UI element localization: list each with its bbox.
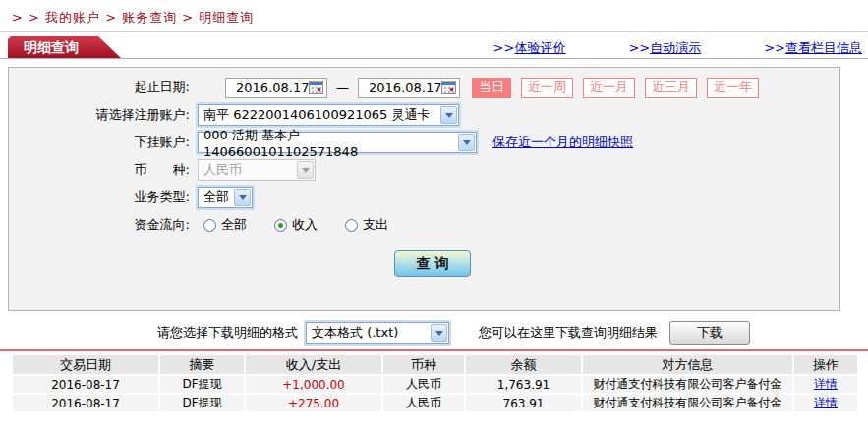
link-prefix: >> [628,40,650,55]
register-account-value: 南平 6222001406100921065 灵通卡 [203,106,430,124]
cell-amount: +275.00 [246,395,381,411]
link-label: 自动演示 [650,40,701,55]
table-row: 2016-08-17 DF提现 +275.00 人民币 763.91 财付通支付… [13,395,857,411]
col-header-date: 交易日期 [13,355,158,374]
date-range-row: 起止日期: 2016.08.17 — 2016.08.17 当日 近一周 近一月… [9,77,839,98]
currency-select: 人民币 [198,159,316,181]
cell-balance: 1,763.91 [466,376,581,393]
col-header-amount: 收入/支出 [246,355,381,374]
fund-flow-row: 资金流向: 全部 收入 支出 [9,214,839,236]
link-label: 体验评价 [514,40,565,55]
currency-label: 币 种: [9,161,190,179]
sub-account-label: 下挂账户: [9,134,190,151]
cell-action: 详情 [794,395,857,411]
cell-balance: 763.91 [466,395,581,411]
chevron-down-icon[interactable] [234,189,251,206]
cell-currency: 人民币 [383,395,464,411]
radio-icon[interactable] [345,219,358,232]
table-top-divider [0,349,868,351]
end-date-value: 2016.08.17 [369,81,441,95]
fund-flow-option-expense[interactable]: 支出 [345,216,388,234]
sub-account-value: 000 活期 基本户 1406600101102571848 [203,127,457,159]
register-account-select[interactable]: 南平 6222001406100921065 灵通卡 [198,104,459,126]
link-prefix: >> [764,40,785,55]
radio-icon[interactable] [274,219,287,232]
cell-summary: DF提现 [160,395,244,411]
col-header-summary: 摘要 [160,355,244,374]
save-snapshot-link[interactable]: 保存近一个月的明细快照 [492,134,633,151]
transaction-table: 交易日期 摘要 收入/支出 币种 余额 对方信息 操作 2016-08-17 D… [11,353,859,413]
col-header-action: 操作 [794,355,857,374]
radio-label: 收入 [292,216,318,234]
sub-account-select[interactable]: 000 活期 基本户 1406600101102571848 [198,132,477,153]
chevron-down-icon[interactable] [431,324,447,342]
sub-account-row: 下挂账户: 000 活期 基本户 1406600101102571848 保存近… [9,132,839,153]
business-type-label: 业务类型: [9,189,190,206]
cell-summary: DF提现 [160,376,244,393]
date-separator: — [336,81,349,95]
business-type-row: 业务类型: 全部 [9,187,839,208]
fund-flow-label: 资金流向: [9,216,190,234]
breadcrumb-divider [0,31,868,32]
link-view-column-info[interactable]: >>查看栏目信息 [764,39,862,57]
cell-currency: 人民币 [383,376,464,393]
header-links: >>体验评价 >>自动演示 >>查看栏目信息 [431,39,862,57]
quick-range-year-button[interactable]: 近一年 [707,78,759,98]
download-hint: 您可以在这里下载查询明细结果 [479,324,658,342]
cell-date: 2016-08-17 [13,395,158,411]
quick-range-week-button[interactable]: 近一周 [521,78,573,98]
calendar-icon[interactable] [441,81,456,94]
download-format-select[interactable]: 文本格式 (.txt) [306,322,449,344]
start-date-input[interactable]: 2016.08.17 [225,78,327,98]
table-header-row: 交易日期 摘要 收入/支出 币种 余额 对方信息 操作 [13,355,857,374]
fund-flow-option-all[interactable]: 全部 [203,216,247,234]
business-type-select[interactable]: 全部 [198,187,253,208]
tab-detail-query[interactable]: 明细查询 [8,36,130,59]
table-row: 2016-08-17 DF提现 +1,000.00 人民币 1,763.91 财… [13,376,857,393]
link-label: 查看栏目信息 [785,40,862,55]
radio-label: 全部 [221,216,247,234]
fund-flow-option-income[interactable]: 收入 [274,216,318,234]
col-header-balance: 余额 [466,355,581,374]
business-type-value: 全部 [203,189,229,206]
col-header-counterparty: 对方信息 [583,355,792,374]
cell-amount: +1,000.00 [246,376,381,393]
detail-link[interactable]: 详情 [814,377,838,391]
radio-label: 支出 [363,216,388,234]
quick-range-today-button[interactable]: 当日 [472,78,511,98]
breadcrumb: > > 我的账户 > 账务查询 > 明细查询 [12,9,254,27]
chevron-down-icon [297,161,314,179]
link-auto-demo[interactable]: >>自动演示 [628,39,701,57]
cell-counterparty: 财付通支付科技有限公司客户备付金 [583,376,792,393]
currency-row: 币 种: 人民币 [9,159,839,181]
quick-range-quarter-button[interactable]: 近三月 [645,78,697,98]
register-account-label: 请选择注册账户: [9,106,190,124]
currency-value: 人民币 [203,161,242,179]
download-button[interactable]: 下载 [669,321,750,345]
quick-range-month-button[interactable]: 近一月 [583,78,635,98]
date-range-label: 起止日期: [9,79,190,96]
calendar-icon[interactable] [309,81,323,94]
chevron-down-icon[interactable] [440,106,457,124]
fund-flow-radio-group: 全部 收入 支出 [203,216,416,234]
link-experience-review[interactable]: >>体验评价 [493,39,566,57]
radio-icon[interactable] [203,219,216,232]
chevron-down-icon[interactable] [458,134,475,151]
end-date-input[interactable]: 2016.08.17 [358,78,460,98]
cell-date: 2016-08-17 [13,376,158,393]
detail-link[interactable]: 详情 [814,396,838,409]
cell-counterparty: 财付通支付科技有限公司客户备付金 [583,395,792,411]
link-prefix: >> [493,40,515,55]
start-date-value: 2016.08.17 [236,81,309,95]
query-button[interactable]: 查 询 [394,250,471,277]
download-format-value: 文本格式 (.txt) [312,324,398,342]
tab-divider [0,58,868,59]
query-form-panel: 起止日期: 2016.08.17 — 2016.08.17 当日 近一周 近一月… [8,67,840,311]
cell-action: 详情 [794,376,857,393]
col-header-currency: 币种 [383,355,464,374]
register-account-row: 请选择注册账户: 南平 6222001406100921065 灵通卡 [9,104,839,126]
download-row: 请您选择下载明细的格式 文本格式 (.txt) 您可以在这里下载查询明细结果 下… [157,321,750,345]
download-format-label: 请您选择下载明细的格式 [157,324,298,342]
